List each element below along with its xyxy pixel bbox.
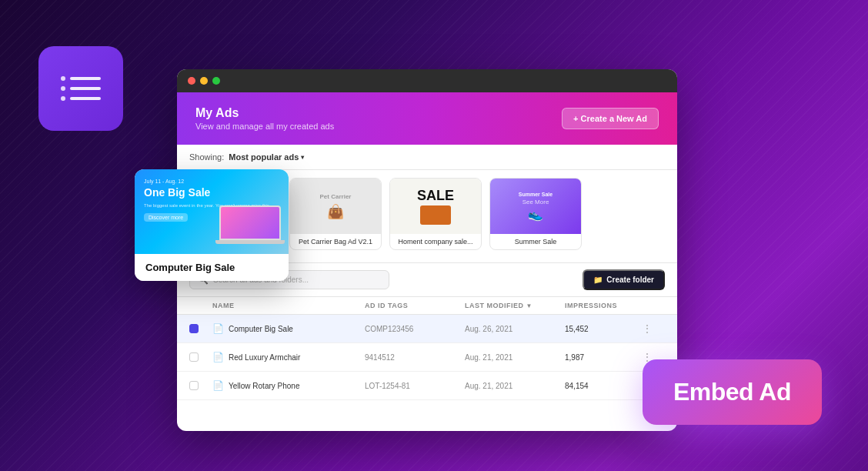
- banner-cta: Discover more: [144, 213, 188, 222]
- summer-sale-inner-label: Summer Sale: [519, 192, 553, 197]
- th-impressions: IMPRESSIONS: [565, 302, 642, 309]
- ad-card-pet-carrier[interactable]: Pet Carrier 👜 Pet Carrier Bag Ad V2.1: [289, 178, 382, 250]
- header-title: My Ads: [195, 106, 334, 120]
- app-header: My Ads View and manage all my created ad…: [177, 92, 677, 145]
- menu-bar-3: [70, 97, 101, 100]
- floating-card-footer: Computer Big Sale: [135, 254, 289, 281]
- traffic-light-red[interactable]: [188, 77, 195, 85]
- table-row[interactable]: 📄 Computer Big Sale COMP123456 Aug. 26, …: [177, 315, 677, 343]
- checkbox-2[interactable]: [189, 352, 199, 362]
- menu-lines-icon: [61, 76, 101, 101]
- summer-cta-inner: See More: [522, 199, 549, 205]
- row-checkbox-3[interactable]: [189, 381, 212, 390]
- checkbox-3[interactable]: [189, 381, 199, 390]
- ad-card-label-summer: Summer Sale: [490, 234, 581, 249]
- th-last-modified[interactable]: LAST MODIFIED ▼: [465, 302, 565, 309]
- row-impressions-1: 15,452: [565, 325, 642, 333]
- filter-label: Showing:: [189, 152, 224, 162]
- sneaker-icon: 👟: [528, 207, 543, 222]
- ad-card-thumb-sale: SALE: [390, 179, 481, 234]
- sofa-icon: [420, 205, 451, 225]
- menu-line-3: [61, 96, 101, 101]
- filter-selected-value: Most popular ads: [229, 152, 299, 162]
- row-checkbox-2[interactable]: [189, 352, 212, 362]
- menu-line-2: [61, 86, 101, 91]
- floating-card-name: Computer Big Sale: [145, 262, 278, 273]
- table-row[interactable]: 📄 Yellow Rotary Phone LOT-1254-81 Aug. 2…: [177, 372, 677, 400]
- menu-dot-1: [61, 76, 65, 81]
- row-checkbox-1[interactable]: [189, 324, 212, 333]
- traffic-light-green[interactable]: [212, 77, 220, 85]
- doc-icon-1: 📄: [212, 323, 224, 334]
- create-folder-label: Create folder: [606, 276, 654, 284]
- floating-ad-card: July 11 - Aug. 12 One Big Sale The bigge…: [135, 169, 289, 281]
- th-adid: AD ID TAGS: [365, 302, 465, 309]
- create-new-ad-button[interactable]: + Create a New Ad: [562, 108, 659, 129]
- th-checkbox: [189, 302, 212, 309]
- laptop-icon: [219, 205, 281, 248]
- ad-card-label-sale: Homent company sale...: [390, 234, 481, 249]
- chevron-down-icon: ▾: [301, 154, 304, 161]
- pet-carrier-bag-icon: 👜: [327, 203, 344, 220]
- pet-carrier-label-inner: Pet Carrier: [320, 193, 352, 200]
- row-adid-2: 9414512: [365, 353, 465, 362]
- ad-card-thumb-pet: Pet Carrier 👜: [290, 179, 381, 234]
- sort-icon: ▼: [526, 302, 532, 309]
- row-modified-2: Aug. 21, 2021: [465, 353, 565, 362]
- ad-card-summer[interactable]: Summer Sale See More 👟 Summer Sale: [489, 178, 582, 250]
- row-name-label-3: Yellow Rotary Phone: [229, 382, 299, 390]
- filter-select[interactable]: Most popular ads ▾: [229, 152, 304, 162]
- laptop-base: [215, 240, 285, 244]
- laptop-screen: [219, 205, 281, 240]
- banner-title: One Big Sale: [144, 186, 271, 199]
- table-row[interactable]: 📄 Red Luxury Armchair 9414512 Aug. 21, 2…: [177, 343, 677, 372]
- row-actions-1[interactable]: ⋮: [642, 322, 665, 335]
- row-impressions-3: 84,154: [565, 382, 642, 390]
- banner-date: July 11 - Aug. 12: [144, 179, 271, 184]
- row-modified-1: Aug. 26, 2021: [465, 325, 565, 333]
- header-subtitle: View and manage all my created ads: [195, 122, 334, 131]
- menu-dot-3: [61, 96, 65, 101]
- row-impressions-2: 1,987: [565, 353, 642, 362]
- th-actions: [642, 302, 665, 309]
- menu-widget: [38, 46, 123, 131]
- traffic-light-yellow[interactable]: [200, 77, 208, 85]
- doc-icon-2: 📄: [212, 352, 224, 362]
- row-name-3: 📄 Yellow Rotary Phone: [212, 380, 365, 391]
- ad-card-sale[interactable]: SALE Homent company sale...: [389, 178, 482, 250]
- doc-icon-3: 📄: [212, 380, 224, 391]
- folder-icon: 📁: [593, 276, 603, 284]
- row-name-label-1: Computer Big Sale: [229, 325, 293, 333]
- menu-bar-2: [70, 87, 101, 90]
- ad-card-thumb-summer: Summer Sale See More 👟: [490, 179, 581, 234]
- menu-bar-1: [70, 77, 101, 80]
- row-adid-3: LOT-1254-81: [365, 382, 465, 390]
- header-text: My Ads View and manage all my created ad…: [195, 106, 334, 131]
- th-name[interactable]: NAME: [212, 302, 365, 309]
- menu-dot-2: [61, 86, 65, 91]
- checkbox-1[interactable]: [189, 324, 199, 333]
- row-adid-1: COMP123456: [365, 325, 465, 333]
- embed-ad-button[interactable]: Embed Ad: [643, 359, 822, 425]
- menu-line-1: [61, 76, 101, 81]
- row-modified-3: Aug. 21, 2021: [465, 382, 565, 390]
- row-name-2: 📄 Red Luxury Armchair: [212, 352, 365, 362]
- embed-ad-label: Embed Ad: [673, 378, 791, 406]
- browser-chrome: [177, 69, 677, 92]
- sale-text-label: SALE: [417, 188, 454, 204]
- row-name-1: 📄 Computer Big Sale: [212, 323, 365, 334]
- filter-bar: Showing: Most popular ads ▾: [177, 145, 677, 170]
- ad-card-label-pet: Pet Carrier Bag Ad V2.1: [290, 234, 381, 249]
- table-header: NAME AD ID TAGS LAST MODIFIED ▼ IMPRESSI…: [177, 297, 677, 315]
- floating-card-banner: July 11 - Aug. 12 One Big Sale The bigge…: [135, 169, 289, 254]
- create-folder-button[interactable]: 📁 Create folder: [583, 269, 665, 290]
- row-name-label-2: Red Luxury Armchair: [229, 353, 300, 362]
